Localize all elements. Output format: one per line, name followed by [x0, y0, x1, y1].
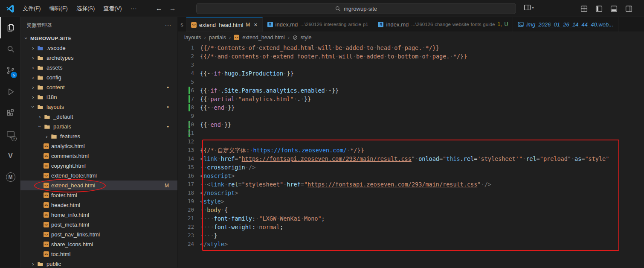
tree-item[interactable]: <> comments.html: [20, 151, 177, 161]
line-content[interactable]: ··<link·rel="stylesheet"·href="https://f…: [200, 180, 644, 189]
line-content[interactable]: ····font-family:·"LXGW·WenKai·Mono";: [200, 214, 644, 223]
line-gutter[interactable]: 8: [178, 103, 200, 112]
breadcrumb-partials[interactable]: partials: [209, 35, 226, 41]
tree-item[interactable]: › public: [20, 259, 177, 268]
line-content[interactable]: {{·end·}}: [200, 120, 644, 129]
customize-layout-icon[interactable]: [579, 3, 589, 14]
line-gutter[interactable]: 3: [178, 61, 200, 69]
line-gutter[interactable]: 14: [178, 154, 200, 163]
editor-tab[interactable]: img_2026_01_26_14_44_40.web...: [513, 17, 618, 32]
menu-file[interactable]: 文件(F): [19, 3, 45, 14]
toggle-panel-icon[interactable]: [609, 3, 619, 14]
v-extension-icon[interactable]: V: [0, 145, 20, 166]
line-gutter[interactable]: 15: [178, 163, 200, 172]
line-content[interactable]: {{-·if·hugo.IsProduction·}}: [200, 69, 644, 78]
tree-item[interactable]: › .vscode: [20, 43, 177, 53]
line-content[interactable]: {{/*·Contents·of·extend_head.html·will·b…: [200, 44, 644, 52]
forward-icon[interactable]: →: [169, 5, 176, 12]
menu-more-icon[interactable]: ···: [127, 3, 141, 13]
line-gutter[interactable]: 19: [178, 197, 200, 206]
line-content[interactable]: [200, 112, 644, 120]
line-content[interactable]: [200, 61, 644, 69]
tree-item[interactable]: <> extend_footer.html: [20, 171, 177, 181]
tree-item[interactable]: <> post_nav_links.html: [20, 230, 177, 239]
line-gutter[interactable]: 6: [178, 86, 200, 95]
menu-view[interactable]: 查看(V): [99, 3, 125, 14]
line-gutter[interactable]: 16: [178, 172, 200, 180]
layout-dropdown[interactable]: ▾: [524, 4, 534, 11]
tree-item[interactable]: <> copyright.html: [20, 161, 177, 171]
line-content[interactable]: <style>: [200, 197, 644, 206]
line-gutter[interactable]: 12: [178, 137, 200, 146]
tab-overflow-sliver[interactable]: s: [178, 17, 186, 32]
line-content[interactable]: ··body·{: [200, 206, 644, 214]
back-icon[interactable]: ←: [156, 5, 162, 12]
line-content[interactable]: {{·if·.Site.Params.analytics.enabled·-}}: [200, 86, 644, 95]
source-control-icon[interactable]: 5: [0, 60, 20, 81]
line-content[interactable]: {{·partial·"analytics.html"·.·}}: [200, 95, 644, 103]
line-content[interactable]: </style>: [200, 240, 644, 248]
tab-close-icon[interactable]: ×: [254, 21, 257, 28]
breadcrumb-file[interactable]: extend_head.html: [242, 35, 284, 41]
search-sidebar-icon[interactable]: [0, 38, 20, 60]
tree-item[interactable]: › partials ●: [20, 122, 177, 131]
line-gutter[interactable]: 7: [178, 95, 200, 103]
line-content[interactable]: {{/*·and·contents·of·extend_footer.html·…: [200, 52, 644, 61]
editor-tab[interactable]: <> extend_head.html M ×: [186, 17, 263, 32]
menu-selection[interactable]: 选择(S): [73, 3, 99, 14]
line-gutter[interactable]: 17: [178, 180, 200, 189]
line-content[interactable]: <noscript>: [200, 172, 644, 180]
tree-item[interactable]: <> header.html: [20, 200, 177, 210]
line-content[interactable]: [200, 78, 644, 86]
sidebar-more-icon[interactable]: ···: [165, 22, 171, 28]
line-gutter[interactable]: 23: [178, 231, 200, 240]
tree-item[interactable]: <> extend_head.html M: [20, 181, 177, 190]
line-content[interactable]: <link·href="https://fontsapi.zeoseven.co…: [200, 154, 644, 163]
explorer-icon[interactable]: [0, 17, 20, 38]
tree-item[interactable]: › i18n: [20, 92, 177, 102]
line-content[interactable]: {{-·end·}}: [200, 103, 644, 112]
line-gutter[interactable]: 4: [178, 69, 200, 78]
line-gutter[interactable]: 10: [178, 120, 200, 129]
editor-tab[interactable]: M index.md ...\260126-interesting-articl…: [263, 17, 374, 32]
line-content[interactable]: {{/*·自定义字体:·https://fonts.zeoseven.com/·…: [200, 146, 644, 154]
line-gutter[interactable]: 21: [178, 214, 200, 223]
m-extension-icon[interactable]: M: [0, 166, 20, 188]
toggle-secondary-sidebar-icon[interactable]: [624, 3, 634, 14]
tree-item[interactable]: › assets: [20, 63, 177, 73]
line-content[interactable]: ··crossorigin·/>: [200, 163, 644, 172]
line-gutter[interactable]: 2: [178, 52, 200, 61]
tree-item[interactable]: › archetypes: [20, 53, 177, 63]
line-gutter[interactable]: 13: [178, 146, 200, 154]
breadcrumb-layouts[interactable]: layouts: [184, 35, 201, 41]
run-debug-icon[interactable]: [0, 81, 20, 102]
line-content[interactable]: [200, 137, 644, 146]
tree-item[interactable]: <> toc.html: [20, 249, 177, 259]
breadcrumb-style[interactable]: style: [301, 35, 312, 41]
menu-edit[interactable]: 编辑(E): [46, 3, 72, 14]
line-gutter[interactable]: 24: [178, 240, 200, 248]
line-content[interactable]: </noscript>: [200, 189, 644, 197]
tree-item[interactable]: › config: [20, 73, 177, 82]
line-gutter[interactable]: 5: [178, 78, 200, 86]
line-content[interactable]: ····}: [200, 231, 644, 240]
line-gutter[interactable]: 11: [178, 129, 200, 137]
tree-item[interactable]: › layouts ●: [20, 102, 177, 112]
tree-item[interactable]: › content ●: [20, 82, 177, 92]
tree-item[interactable]: <> home_info.html: [20, 210, 177, 220]
tree-item[interactable]: <> analytics.html: [20, 141, 177, 151]
tree-item[interactable]: › _default: [20, 112, 177, 122]
code-area[interactable]: 1 {{/*·Contents·of·extend_head.html·will…: [178, 43, 644, 268]
line-gutter[interactable]: 18: [178, 189, 200, 197]
line-content[interactable]: ····font-weight:·normal;: [200, 223, 644, 231]
line-content[interactable]: [200, 129, 644, 137]
toggle-primary-sidebar-icon[interactable]: [594, 3, 604, 14]
tree-item[interactable]: <> share_icons.html: [20, 239, 177, 249]
line-gutter[interactable]: 20: [178, 206, 200, 214]
line-gutter[interactable]: 22: [178, 223, 200, 231]
tree-item[interactable]: <> footer.html: [20, 190, 177, 200]
command-center-search[interactable]: mgrowup-site: [196, 3, 516, 14]
editor-tab[interactable]: M index.md ...\260126-change-website-fon…: [373, 17, 513, 32]
tree-item[interactable]: › MGROWUP-SITE: [20, 33, 177, 43]
line-gutter[interactable]: 1: [178, 44, 200, 52]
